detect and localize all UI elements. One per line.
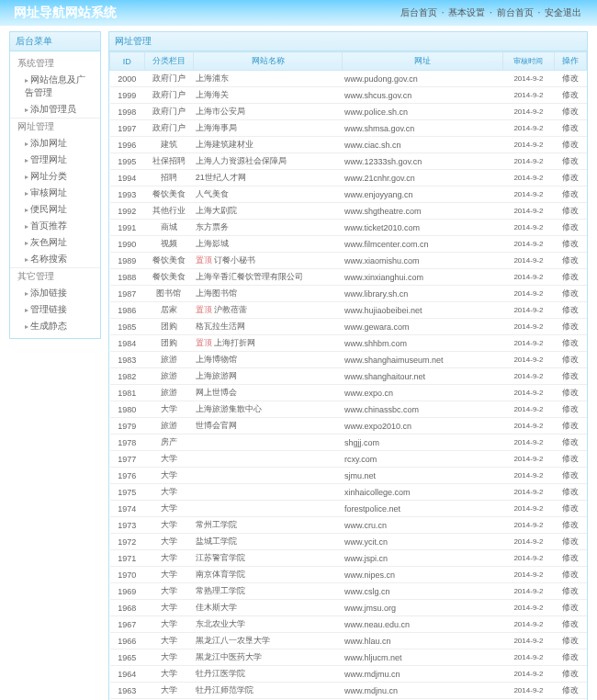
cell-url[interactable]: www.shanghaimuseum.net bbox=[343, 352, 502, 368]
cell-url[interactable]: www.cslg.cn bbox=[343, 583, 502, 600]
cell-url[interactable]: www.nipes.cn bbox=[343, 567, 502, 583]
cell-url[interactable]: sjmu.net bbox=[343, 468, 502, 484]
cell-url[interactable]: www.ciac.sh.cn bbox=[343, 137, 502, 153]
cell-op[interactable]: 修改 bbox=[555, 203, 587, 220]
cell-name: 置顶 沪教蓓蕾 bbox=[194, 302, 343, 319]
cell-op[interactable]: 修改 bbox=[555, 567, 587, 583]
cell-url[interactable]: www.police.sh.cn bbox=[343, 104, 502, 120]
cell-url[interactable]: www.shhbm.com bbox=[343, 335, 502, 352]
cell-op[interactable]: 修改 bbox=[555, 666, 587, 683]
menu-item[interactable]: 网址分类 bbox=[10, 168, 100, 185]
cell-op[interactable]: 修改 bbox=[555, 71, 587, 87]
cell-url[interactable]: forestpolice.net bbox=[343, 501, 502, 517]
table-row: 1974大学forestpolice.net2014-9-2修改 bbox=[110, 501, 587, 517]
cell-url[interactable]: rcxy.com bbox=[343, 451, 502, 468]
cell-url[interactable]: www.ycit.cn bbox=[343, 534, 502, 550]
menu-item[interactable]: 添加链接 bbox=[10, 285, 100, 301]
cell-op[interactable]: 修改 bbox=[555, 87, 587, 104]
cell-url[interactable]: www.pudong.gov.cn bbox=[343, 71, 502, 87]
cell-op[interactable]: 修改 bbox=[555, 170, 587, 186]
menu-item[interactable]: 添加管理员 bbox=[10, 101, 100, 118]
cell-url[interactable]: www.shgtheatre.com bbox=[343, 203, 502, 220]
menu-item[interactable]: 名称搜索 bbox=[10, 251, 100, 267]
cell-op[interactable]: 修改 bbox=[555, 236, 587, 253]
cell-url[interactable]: www.hujiaobeibei.net bbox=[343, 302, 502, 319]
cell-op[interactable]: 修改 bbox=[555, 220, 587, 236]
cell-url[interactable]: www.ticket2010.com bbox=[343, 220, 502, 236]
cell-url[interactable]: www.expo.cn bbox=[343, 385, 502, 401]
cell-op[interactable]: 修改 bbox=[555, 468, 587, 484]
cell-op[interactable]: 修改 bbox=[555, 683, 587, 699]
nav-link[interactable]: 基本设置 bbox=[448, 7, 485, 17]
nav-link[interactable]: 安全退出 bbox=[545, 7, 581, 17]
cell-url[interactable]: www.shcus.gov.cn bbox=[343, 87, 502, 104]
cell-op[interactable]: 修改 bbox=[555, 120, 587, 137]
cell-op[interactable]: 修改 bbox=[555, 368, 587, 385]
cell-op[interactable]: 修改 bbox=[555, 352, 587, 368]
cell-url[interactable]: www.expo2010.cn bbox=[343, 418, 502, 435]
menu-item[interactable]: 管理网址 bbox=[10, 152, 100, 168]
cell-op[interactable]: 修改 bbox=[555, 550, 587, 567]
cell-url[interactable]: www.shanghaitour.net bbox=[343, 368, 502, 385]
cell-url[interactable]: www.hlau.cn bbox=[343, 633, 502, 649]
cell-url[interactable]: www.cru.cn bbox=[343, 517, 502, 534]
nav-link[interactable]: 前台首页 bbox=[497, 7, 534, 17]
cell-url[interactable]: xinhaicollege.com bbox=[343, 484, 502, 501]
cell-url[interactable]: www.neau.edu.cn bbox=[343, 616, 502, 633]
cell-op[interactable]: 修改 bbox=[555, 616, 587, 633]
cell-id: 1976 bbox=[110, 468, 145, 484]
cell-url[interactable]: www.hljucm.net bbox=[343, 649, 502, 666]
cell-op[interactable]: 修改 bbox=[555, 435, 587, 451]
cell-url[interactable]: www.chinassbc.com bbox=[343, 401, 502, 418]
cell-op[interactable]: 修改 bbox=[555, 451, 587, 468]
cell-op[interactable]: 修改 bbox=[555, 501, 587, 517]
cell-op[interactable]: 修改 bbox=[555, 269, 587, 286]
menu-item[interactable]: 添加网址 bbox=[10, 135, 100, 152]
cell-url[interactable]: www.12333sh.gov.cn bbox=[343, 153, 502, 170]
cell-url[interactable]: www.filmcenter.com.cn bbox=[343, 236, 502, 253]
cell-op[interactable]: 修改 bbox=[555, 286, 587, 302]
cell-url[interactable]: www.gewara.com bbox=[343, 319, 502, 335]
cell-op[interactable]: 修改 bbox=[555, 335, 587, 352]
cell-op[interactable]: 修改 bbox=[555, 633, 587, 649]
cell-op[interactable]: 修改 bbox=[555, 583, 587, 600]
cell-op[interactable]: 修改 bbox=[555, 600, 587, 616]
cell-op[interactable]: 修改 bbox=[555, 253, 587, 269]
cell-id: 1989 bbox=[110, 253, 145, 269]
cell-id: 1966 bbox=[110, 633, 145, 649]
cell-op[interactable]: 修改 bbox=[555, 484, 587, 501]
cell-url[interactable]: shgjj.com bbox=[343, 435, 502, 451]
cell-url[interactable]: www.mdjmu.cn bbox=[343, 666, 502, 683]
cell-url[interactable]: www.jspi.cn bbox=[343, 550, 502, 567]
nav-link[interactable]: 后台首页 bbox=[400, 7, 437, 17]
menu-item[interactable]: 灰色网址 bbox=[10, 234, 100, 251]
cell-op[interactable]: 修改 bbox=[555, 104, 587, 120]
cell-op[interactable]: 修改 bbox=[555, 302, 587, 319]
cell-op[interactable]: 修改 bbox=[555, 401, 587, 418]
main-panel: 网址管理 ID分类栏目网站名称网址审核时间操作 2000政府门户上海浦东www.… bbox=[108, 31, 588, 700]
cell-op[interactable]: 修改 bbox=[555, 649, 587, 666]
menu-item[interactable]: 管理链接 bbox=[10, 301, 100, 318]
cell-url[interactable]: www.mdjnu.cn bbox=[343, 683, 502, 699]
cell-url[interactable]: www.library.sh.cn bbox=[343, 286, 502, 302]
cell-op[interactable]: 修改 bbox=[555, 517, 587, 534]
cell-op[interactable]: 修改 bbox=[555, 137, 587, 153]
menu-item[interactable]: 生成静态 bbox=[10, 318, 100, 334]
cell-op[interactable]: 修改 bbox=[555, 534, 587, 550]
cell-op[interactable]: 修改 bbox=[555, 385, 587, 401]
cell-url[interactable]: www.enjoyyang.cn bbox=[343, 186, 502, 203]
menu-item[interactable]: 首页推荐 bbox=[10, 218, 100, 234]
cell-url[interactable]: www.21cnhr.gov.cn bbox=[343, 170, 502, 186]
menu-item[interactable]: 网站信息及广告管理 bbox=[10, 72, 100, 101]
cell-url[interactable]: www.jmsu.org bbox=[343, 600, 502, 616]
cell-op[interactable]: 修改 bbox=[555, 418, 587, 435]
cell-op[interactable]: 修改 bbox=[555, 153, 587, 170]
cell-op[interactable]: 修改 bbox=[555, 186, 587, 203]
cell-url[interactable]: www.xiaomishu.com bbox=[343, 253, 502, 269]
cell-op[interactable]: 修改 bbox=[555, 319, 587, 335]
menu-item[interactable]: 便民网址 bbox=[10, 201, 100, 218]
cell-url[interactable]: www.xinxianghui.com bbox=[343, 269, 502, 286]
menu-item[interactable]: 审核网址 bbox=[10, 185, 100, 201]
cell-cat: 大学 bbox=[144, 484, 194, 501]
cell-url[interactable]: www.shmsa.gov.cn bbox=[343, 120, 502, 137]
